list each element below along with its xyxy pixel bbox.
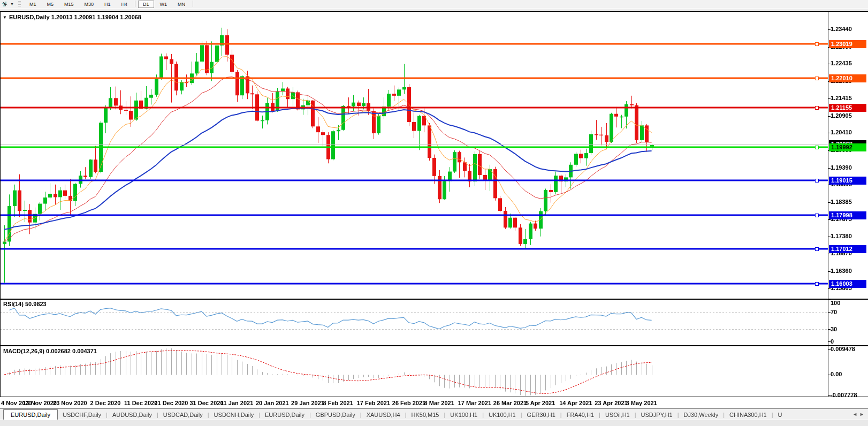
chart-tab-china300-h1[interactable]: CHINA300,H1 xyxy=(725,410,772,420)
timeframe-button-m30[interactable]: M30 xyxy=(79,1,98,8)
chart-tab-eurusd-daily[interactable]: EURUSD,Daily xyxy=(260,410,309,420)
cursor-tool-icon[interactable] xyxy=(2,1,9,7)
date-tick-label: 26 Feb 2021 xyxy=(392,400,425,406)
status-strip xyxy=(0,420,868,426)
date-tick-label: 4 Nov 2020 xyxy=(1,400,32,406)
date-tick-label: 14 Apr 2021 xyxy=(559,400,592,406)
dropdown-caret-icon[interactable]: ▼ xyxy=(10,2,14,6)
date-tick-label: 2 Dec 2020 xyxy=(90,400,121,406)
toolbar: ▼ M1M5M15M30H1H4D1W1MN xyxy=(0,0,868,9)
chart-tab-xauusd-h4[interactable]: XAUUSD,H4 xyxy=(362,410,405,420)
date-tick-label: 8 Feb 2021 xyxy=(323,400,353,406)
date-tick-label: 11 Jan 2021 xyxy=(220,400,253,406)
chart-tab-gbpusd-daily[interactable]: GBPUSD,Daily xyxy=(311,410,360,420)
date-tick-label: 11 Dec 2020 xyxy=(124,400,157,406)
date-tick-label: 3 May 2021 xyxy=(626,400,657,406)
chart-tab-usdchf-daily[interactable]: USDCHF,Daily xyxy=(58,410,106,420)
timeframe-button-mn[interactable]: MN xyxy=(173,1,190,8)
macd-indicator-canvas[interactable] xyxy=(0,346,868,397)
chart-tab-eurusd-daily[interactable]: EURUSD,Daily xyxy=(3,409,58,420)
date-tick-label: 8 Mar 2021 xyxy=(424,400,454,406)
timeframe-button-h1[interactable]: H1 xyxy=(100,1,116,8)
timeframe-button-m5[interactable]: M5 xyxy=(42,1,58,8)
date-tick-label: 20 Jan 2021 xyxy=(256,400,289,406)
hline-price-tag[interactable]: 1.17012 xyxy=(829,245,866,253)
tabs-holder: EURUSD,DailyUSDCHF,Daily|AUDUSD,Daily|US… xyxy=(0,409,787,420)
chart-tab-usdcnh-daily[interactable]: USDCNH,Daily xyxy=(209,410,259,420)
chart-tab-usdjpy-h1[interactable]: USDJPY,H1 xyxy=(636,410,677,420)
date-tick-label: 23 Nov 2020 xyxy=(53,400,87,406)
hline-price-tag[interactable]: 1.16003 xyxy=(829,280,866,288)
chart-tab-ger30-h1[interactable]: GER30,H1 xyxy=(522,410,560,420)
timeframe-buttons: M1M5M15M30H1H4D1W1MN xyxy=(24,1,195,8)
chart-tab-dj30-weekly[interactable]: DJ30,Weekly xyxy=(679,410,724,420)
timeframe-button-w1[interactable]: W1 xyxy=(155,1,172,8)
chart-tab-hk50-m15[interactable]: HK50,M15 xyxy=(407,410,444,420)
timeframe-button-m1[interactable]: M1 xyxy=(25,1,41,8)
chart-tab-usoil-h1[interactable]: USOil,H1 xyxy=(600,410,635,420)
date-tick-label: 5 Apr 2021 xyxy=(526,400,555,406)
toolbar-separator xyxy=(193,1,193,7)
chart-tab-usdcad-daily[interactable]: USDCAD,Daily xyxy=(158,410,208,420)
main-price-chart-canvas[interactable] xyxy=(0,11,868,299)
tab-scroll-left-icon[interactable]: ◄ xyxy=(852,412,859,417)
timeframe-button-m15[interactable]: M15 xyxy=(59,1,79,8)
timeframe-button-h4[interactable]: H4 xyxy=(117,1,133,8)
chart-tab-audusd-daily[interactable]: AUDUSD,Daily xyxy=(108,410,157,420)
hline-price-tag[interactable]: 1.21155 xyxy=(829,104,866,112)
hline-price-tag[interactable]: 1.19015 xyxy=(829,177,866,185)
toolbar-grip[interactable] xyxy=(18,1,21,7)
timeframe-button-d1[interactable]: D1 xyxy=(138,1,154,8)
hline-price-tag[interactable]: 1.17998 xyxy=(829,211,866,219)
date-tick-label: 21 Dec 2020 xyxy=(154,400,188,406)
toolbar-separator xyxy=(135,1,135,7)
date-tick-label: 31 Dec 2020 xyxy=(190,400,224,406)
date-tick-label: 17 Mar 2021 xyxy=(458,400,491,406)
hline-price-tag[interactable]: 1.19992 xyxy=(829,143,866,151)
tab-scroll-arrows: ◄► xyxy=(852,412,866,417)
tab-scroll-right-icon[interactable]: ► xyxy=(859,412,866,417)
hline-price-tag[interactable]: 1.23019 xyxy=(829,40,866,48)
hline-price-tag[interactable]: 1.22010 xyxy=(829,74,866,82)
date-tick-label: 26 Mar 2021 xyxy=(493,400,527,406)
date-tick-label: 17 Feb 2021 xyxy=(357,400,390,406)
chart-tab-bar: EURUSD,DailyUSDCHF,Daily|AUDUSD,Daily|US… xyxy=(0,408,868,420)
chart-tab-uk100-h1[interactable]: UK100,H1 xyxy=(445,410,482,420)
trading-platform-window: ▼ M1M5M15M30H1H4D1W1MN ▼EURUSD,Daily 1.2… xyxy=(0,0,868,426)
date-tick-label: 23 Apr 2021 xyxy=(595,400,627,406)
date-tick-label: 29 Jan 2021 xyxy=(291,400,324,406)
chart-tab-uk100-h1[interactable]: UK100,H1 xyxy=(484,410,521,420)
chart-tab-fra40-h1[interactable]: FRA40,H1 xyxy=(562,410,599,420)
date-tick-label: 13 Nov 2020 xyxy=(22,400,57,406)
rsi-indicator-canvas[interactable] xyxy=(0,299,868,346)
chart-tab-u[interactable]: U xyxy=(773,410,787,420)
